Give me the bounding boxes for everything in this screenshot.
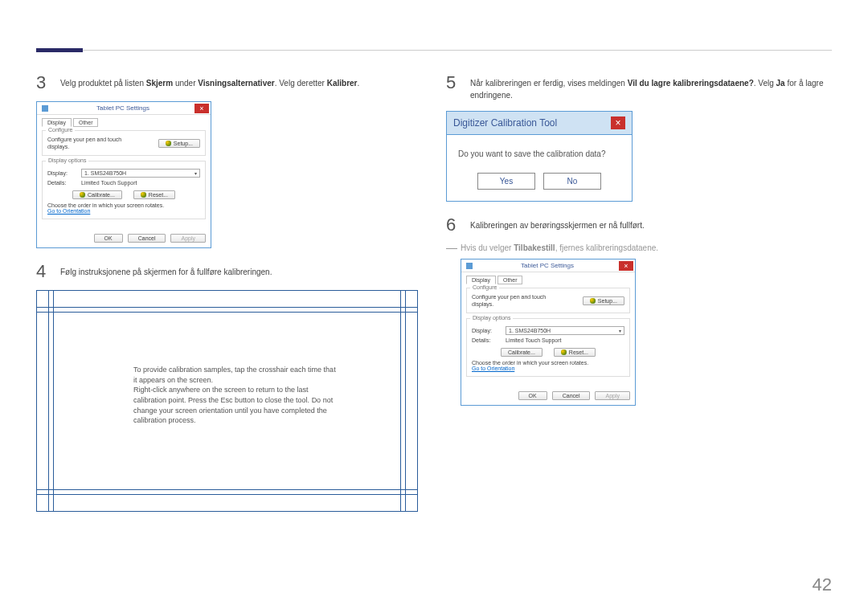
step-3: 3 Velg produktet på listen Skjerm under … xyxy=(36,74,418,92)
button-label: Setup... xyxy=(598,298,617,304)
calibrate-button[interactable]: Calibrate... xyxy=(72,190,122,199)
group-label: Configure xyxy=(46,127,75,133)
dialog-footer: OK Cancel Apply xyxy=(461,386,635,405)
button-label: Reset... xyxy=(569,349,588,355)
left-column: 3 Velg produktet på listen Skjerm under … xyxy=(36,74,418,512)
text: Hvis du velger xyxy=(461,243,514,252)
configure-group: Configure Configure your pen and touch d… xyxy=(42,130,206,156)
app-icon xyxy=(466,263,473,269)
reset-button[interactable]: Reset... xyxy=(554,348,596,357)
orientation-link[interactable]: Go to Orientation xyxy=(47,208,90,214)
setup-button[interactable]: Setup... xyxy=(158,139,200,148)
bold: Vil du lagre kalibreringsdataene? xyxy=(628,79,754,88)
shield-icon xyxy=(561,349,567,355)
text: under xyxy=(173,79,198,88)
group-label: Display options xyxy=(470,315,513,321)
group-label: Display options xyxy=(46,157,88,163)
text: Når kalibreringen er ferdig, vises meldi… xyxy=(470,79,628,88)
dialog-body: Display Other Configure Configure your p… xyxy=(461,272,635,386)
text: . xyxy=(358,79,360,88)
dialog-body: Display Other Configure Configure your p… xyxy=(37,115,211,229)
yes-button[interactable]: Yes xyxy=(477,173,535,190)
right-column: 5 Når kalibreringen er ferdig, vises mel… xyxy=(446,74,828,420)
text: , fjernes kalibreringsdataene. xyxy=(555,243,658,252)
bold: Skjerm xyxy=(146,79,173,88)
dialog-titlebar: Digitizer Calibration Tool × xyxy=(447,112,632,135)
display-label: Display: xyxy=(47,170,76,176)
text: . Velg xyxy=(754,79,776,88)
reset-button[interactable]: Reset... xyxy=(133,190,175,199)
close-icon[interactable]: × xyxy=(611,116,625,129)
rotate-note: Choose the order in which your screen ro… xyxy=(472,360,624,366)
tablet-pc-settings-dialog: Tablet PC Settings × Display Other Confi… xyxy=(36,101,211,248)
step-number: 5 xyxy=(446,74,470,101)
text: . Velg deretter xyxy=(275,79,327,88)
close-icon[interactable]: × xyxy=(194,104,209,113)
display-select[interactable]: 1. SMS24B750H xyxy=(81,169,200,178)
calibrate-button[interactable]: Calibrate... xyxy=(501,348,542,357)
bold: Kalibrer xyxy=(327,79,358,88)
tabs: Display Other xyxy=(466,276,630,284)
details-label: Details: xyxy=(47,180,76,186)
step-4: 4 Følg instruksjonene på skjermen for å … xyxy=(36,263,418,280)
button-label: Calibrate... xyxy=(508,349,535,355)
ok-button[interactable]: OK xyxy=(518,391,547,400)
bold: Tilbakestill xyxy=(514,243,555,252)
dialog-titlebar: Tablet PC Settings × xyxy=(37,102,211,115)
step-6: 6 Kalibreringen av berøringsskjermen er … xyxy=(446,216,828,234)
select-value: 1. SMS24B750H xyxy=(84,170,126,176)
tab-display[interactable]: Display xyxy=(42,118,72,127)
button-label: Calibrate... xyxy=(88,192,115,198)
shield-icon xyxy=(141,192,146,198)
header-rule xyxy=(36,50,832,51)
details-value: Limited Touch Support xyxy=(81,180,137,186)
button-label: Reset... xyxy=(149,192,168,198)
svg-rect-0 xyxy=(42,105,48,112)
rotate-note: Choose the order in which your screen ro… xyxy=(47,202,200,208)
app-icon xyxy=(42,105,48,112)
svg-rect-1 xyxy=(466,263,473,269)
display-select[interactable]: 1. SMS24B750H xyxy=(506,326,624,335)
configure-text: Configure your pen and touch displays. xyxy=(472,293,560,308)
details-label: Details: xyxy=(472,337,501,343)
setup-button[interactable]: Setup... xyxy=(583,296,624,305)
dialog-buttons: Yes No xyxy=(447,163,632,201)
tab-display[interactable]: Display xyxy=(466,276,496,284)
shield-icon xyxy=(590,298,596,304)
no-button[interactable]: No xyxy=(543,173,601,190)
apply-button[interactable]: Apply xyxy=(170,234,206,243)
button-label: Setup... xyxy=(174,141,193,146)
page-number: 42 xyxy=(813,574,832,595)
dash-icon xyxy=(446,248,457,249)
step-text: Velg produktet på listen Skjerm under Vi… xyxy=(60,74,359,92)
step-text: Kalibreringen av berøringsskjermen er nå… xyxy=(470,216,645,234)
details-value: Limited Touch Support xyxy=(506,337,562,343)
display-options-group: Display options Display: 1. SMS24B750H D… xyxy=(466,318,630,377)
apply-button[interactable]: Apply xyxy=(595,391,630,400)
cancel-button[interactable]: Cancel xyxy=(128,234,166,243)
orientation-link[interactable]: Go to Orientation xyxy=(472,366,514,371)
configure-text: Configure your pen and touch displays. xyxy=(47,136,136,150)
select-value: 1. SMS24B750H xyxy=(509,328,551,333)
ok-button[interactable]: OK xyxy=(94,234,123,243)
bold: Ja xyxy=(776,79,785,88)
text: Velg produktet på listen xyxy=(60,79,146,88)
tab-other[interactable]: Other xyxy=(497,276,523,284)
digitizer-dialog: Digitizer Calibration Tool × Do you want… xyxy=(446,111,633,202)
tablet-pc-settings-dialog-2: Tablet PC Settings × Display Other Confi… xyxy=(461,259,636,406)
cancel-button[interactable]: Cancel xyxy=(552,391,591,400)
display-options-group: Display options Display: 1. SMS24B750H D… xyxy=(42,161,206,219)
close-icon[interactable]: × xyxy=(619,261,633,271)
configure-group: Configure Configure your pen and touch d… xyxy=(466,288,630,313)
step-number: 6 xyxy=(446,216,470,234)
calibration-screen: To provide calibration samples, tap the … xyxy=(36,290,418,512)
dialog-footer: OK Cancel Apply xyxy=(37,229,211,247)
group-label: Configure xyxy=(470,284,499,290)
step-5: 5 Når kalibreringen er ferdig, vises mel… xyxy=(446,74,828,101)
tab-other[interactable]: Other xyxy=(73,118,99,127)
shield-icon xyxy=(80,192,85,198)
calibration-instructions: To provide calibration samples, tap the … xyxy=(133,365,337,426)
step-text: Følg instruksjonene på skjermen for å fu… xyxy=(60,263,272,280)
tabs: Display Other xyxy=(42,118,206,127)
step-text: Når kalibreringen er ferdig, vises meldi… xyxy=(470,74,828,101)
